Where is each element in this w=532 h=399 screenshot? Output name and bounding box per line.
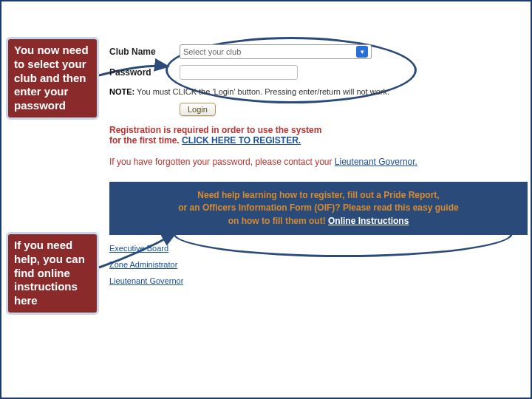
slide: You now need to select your club and the… (0, 0, 532, 399)
callout-select-club: You now need to select your club and the… (6, 37, 99, 120)
help-banner-line2: or an Officers Information Form (OIF)? P… (178, 202, 458, 213)
login-note: NOTE: You must CLICK the 'Login' button.… (109, 87, 528, 96)
online-instructions-link[interactable]: Online Instructions (328, 216, 409, 226)
note-prefix: NOTE: (109, 87, 134, 96)
password-row: Password (109, 65, 528, 80)
lieutenant-governor-link[interactable]: Lieutenant Governor. (335, 157, 417, 167)
club-name-label: Club Name (109, 47, 180, 57)
registration-required: Registration is required in order to use… (109, 125, 528, 146)
role-links: Executive Board Zone Administrator Lieut… (109, 244, 528, 285)
callout-online-help: If you need help, you can find online in… (6, 232, 99, 315)
login-button-row: Login (109, 102, 528, 116)
forgot-password: If you have forgotten your password, ple… (109, 156, 528, 168)
club-select-value: Select your club (183, 47, 241, 56)
login-panel: Club Name Select your club ▾ Password NO… (109, 44, 528, 293)
note-text: You must CLICK the 'Login' button. Press… (137, 87, 389, 96)
club-select[interactable]: Select your club ▾ (180, 44, 372, 59)
help-banner: Need help learning how to register, fill… (109, 182, 528, 235)
password-label: Password (109, 67, 180, 78)
forgot-text: If you have forgotten your password, ple… (109, 157, 332, 167)
lieutenant-governor-role-link[interactable]: Lieutenant Governor (109, 276, 183, 285)
registration-line2-prefix: for the first time. (109, 135, 180, 146)
register-link[interactable]: CLICK HERE TO REGISTER. (182, 135, 301, 146)
help-banner-line3-prefix: on how to fill them out! (228, 216, 326, 226)
password-input[interactable] (180, 65, 298, 80)
zone-administrator-link[interactable]: Zone Administrator (109, 260, 177, 269)
club-name-row: Club Name Select your club ▾ (109, 44, 528, 59)
help-banner-line1: Need help learning how to register, fill… (197, 190, 439, 200)
chevron-down-icon: ▾ (356, 46, 368, 58)
registration-line1: Registration is required in order to use… (109, 125, 321, 135)
executive-board-link[interactable]: Executive Board (109, 244, 168, 253)
login-button[interactable]: Login (180, 103, 216, 116)
